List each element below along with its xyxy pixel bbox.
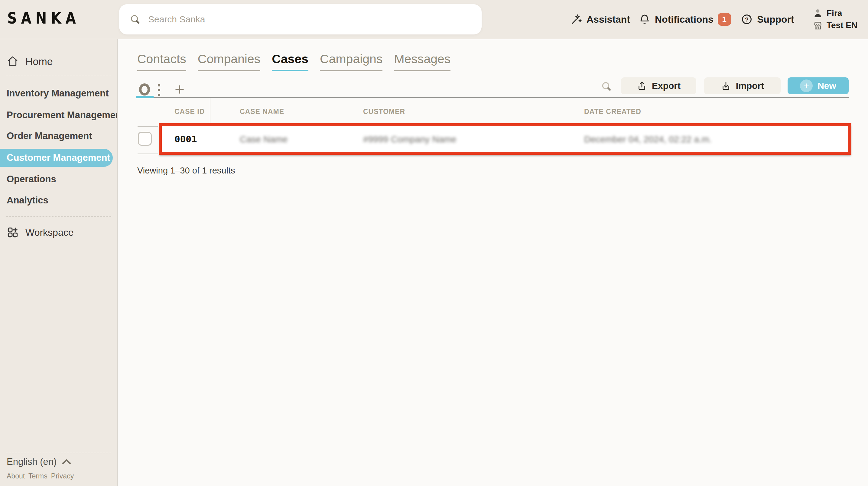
language-selector[interactable]: English (en) — [7, 456, 72, 467]
table-search-icon[interactable] — [600, 80, 613, 93]
column-header-customer[interactable]: CUSTOMER — [363, 107, 405, 116]
assistant-button[interactable]: Assistant — [570, 0, 630, 39]
sidebar-item-operations[interactable]: Operations — [0, 171, 118, 187]
tab-label: Companies — [198, 52, 260, 66]
sidebar-item-workspace[interactable]: Workspace — [0, 224, 118, 240]
notifications-button[interactable]: Notifications 1 — [639, 0, 731, 39]
search-icon — [129, 13, 141, 25]
tab-campaigns[interactable]: Campaigns — [320, 52, 382, 71]
footer-links: About Terms Privacy — [7, 472, 74, 480]
workspace-row: Test EN — [813, 20, 858, 31]
tab-label: Contacts — [137, 52, 186, 66]
export-label: Export — [652, 81, 681, 91]
column-header-date-created[interactable]: DATE CREATED — [584, 107, 641, 116]
home-icon — [7, 55, 19, 67]
active-view-underline — [136, 96, 154, 98]
plus-icon: + — [800, 79, 813, 92]
cell-case-name[interactable]: Case Name — [240, 134, 287, 144]
user-row: Fira — [813, 8, 858, 19]
sidebar-item-inventory-management[interactable]: Inventory Management — [0, 85, 118, 102]
sidebar-item-label: Inventory Management — [7, 88, 109, 99]
export-icon — [637, 81, 647, 91]
add-view-button[interactable] — [174, 84, 185, 95]
chevron-up-icon — [61, 458, 72, 465]
import-button[interactable]: Import — [704, 77, 781, 94]
sidebar-item-procurement-management[interactable]: Procurement Management — [0, 107, 118, 123]
cell-case-id[interactable]: 0001 — [175, 134, 197, 144]
search-input[interactable] — [148, 14, 471, 25]
support-label: Support — [757, 14, 794, 25]
cell-customer[interactable]: #9999 Company Name — [363, 134, 457, 144]
language-label: English (en) — [7, 456, 57, 467]
export-button[interactable]: Export — [621, 77, 696, 94]
tab-messages[interactable]: Messages — [394, 52, 451, 71]
sidebar-item-analytics[interactable]: Analytics — [0, 192, 118, 208]
wand-icon — [570, 13, 582, 25]
sanka-logo[interactable]: SANKA — [7, 9, 80, 27]
sidebar-divider — [6, 453, 111, 453]
sidebar-item-label: Operations — [7, 174, 56, 185]
user-name: Fira — [827, 8, 842, 18]
view-options-kebab-icon[interactable] — [158, 84, 160, 99]
tab-label: Cases — [272, 52, 308, 66]
row-border — [137, 154, 158, 154]
new-label: New — [817, 81, 836, 91]
bell-icon — [639, 13, 651, 25]
privacy-link[interactable]: Privacy — [51, 472, 74, 480]
terms-link[interactable]: Terms — [28, 472, 48, 480]
tab-label: Messages — [394, 52, 451, 66]
sidebar-item-label: Customer Management — [7, 152, 110, 163]
sidebar-item-home[interactable]: Home — [0, 53, 118, 69]
top-bar: SANKA Assistant — [0, 0, 868, 39]
notifications-count-badge: 1 — [718, 13, 731, 26]
user-avatar-icon — [813, 8, 823, 19]
column-header-case-id[interactable]: CASE ID — [175, 107, 205, 116]
table-top-border — [137, 97, 849, 98]
sidebar-item-order-management[interactable]: Order Management — [0, 128, 118, 144]
workspace-grid-icon — [7, 226, 19, 238]
sidebar-item-customer-management[interactable]: Customer Management — [0, 149, 113, 167]
row-border — [137, 126, 158, 127]
store-icon — [813, 20, 823, 31]
tab-contacts[interactable]: Contacts — [137, 52, 186, 71]
sanka-app: SANKA Assistant — [0, 0, 868, 486]
main-content: Contacts Companies Cases Campaigns Messa… — [118, 39, 868, 486]
tab-companies[interactable]: Companies — [198, 52, 260, 71]
assistant-label: Assistant — [587, 14, 630, 25]
about-link[interactable]: About — [7, 472, 25, 480]
import-icon — [721, 81, 731, 91]
row-checkbox[interactable] — [138, 132, 152, 146]
sidebar-divider — [6, 75, 111, 75]
tab-cases[interactable]: Cases — [272, 52, 308, 71]
global-search[interactable] — [119, 4, 482, 34]
view-tab-icon[interactable] — [139, 84, 150, 96]
sidebar: Home Inventory Management Procurement Ma… — [0, 39, 118, 486]
workspace-label: Workspace — [25, 227, 73, 238]
svg-text:?: ? — [745, 16, 749, 23]
new-button[interactable]: + New — [787, 77, 849, 94]
entity-tabs: Contacts Companies Cases Campaigns Messa… — [137, 52, 451, 71]
sidebar-item-label: Procurement Management — [7, 110, 118, 121]
workspace-name: Test EN — [827, 21, 858, 30]
notifications-label: Notifications — [655, 14, 714, 25]
import-label: Import — [736, 81, 764, 91]
column-header-case-name[interactable]: CASE NAME — [240, 107, 284, 116]
support-button[interactable]: ? Support — [741, 0, 794, 39]
tab-label: Campaigns — [320, 52, 382, 66]
results-count-text: Viewing 1–30 of 1 results — [137, 166, 235, 175]
question-circle-icon: ? — [741, 13, 753, 25]
sidebar-divider — [6, 217, 111, 217]
sidebar-item-label: Analytics — [7, 195, 49, 206]
home-label: Home — [25, 56, 53, 67]
cell-date-created[interactable]: December 04, 2024, 02:22 a.m. — [584, 134, 712, 144]
sidebar-item-label: Order Management — [7, 131, 92, 141]
user-menu[interactable]: Fira Test EN — [813, 0, 858, 39]
